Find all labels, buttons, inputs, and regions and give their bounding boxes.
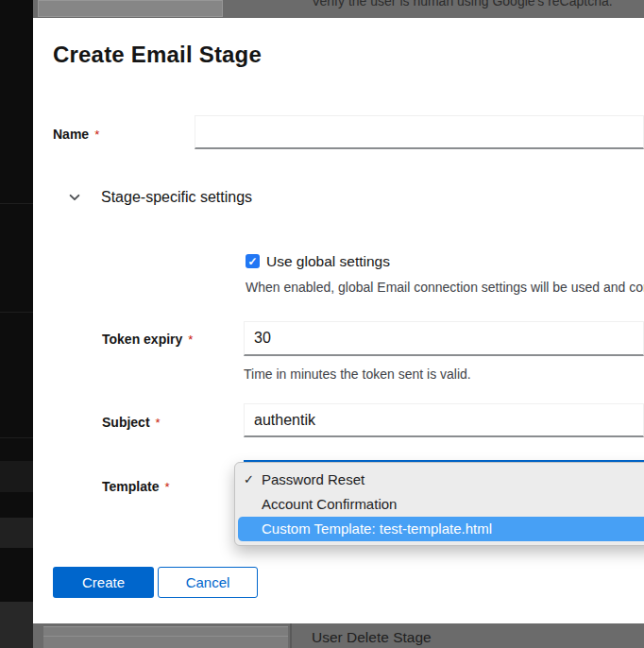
use-global-settings-label[interactable]: Use global settings (266, 253, 390, 270)
menu-item-label: Account Confirmation (262, 496, 397, 512)
chevron-down-icon (68, 191, 81, 204)
menu-item-password-reset[interactable]: ✓ Password Reset (235, 468, 644, 492)
required-asterisk: * (156, 416, 161, 430)
group-title: Stage-specific settings (101, 189, 252, 206)
required-asterisk: * (94, 128, 99, 142)
template-dropdown-menu: ✓ Password Reset Account Confirmation Cu… (234, 462, 644, 546)
app-sidebar (0, 0, 33, 648)
cancel-button[interactable]: Cancel (158, 567, 258, 598)
stage-settings-group-toggle[interactable]: Stage-specific settings (59, 186, 252, 209)
name-input[interactable] (195, 115, 644, 149)
background-table-cell (43, 626, 288, 648)
backdrop-bottom: User Delete Stage (33, 623, 644, 648)
sidebar-divider (0, 203, 33, 204)
sidebar-divider (0, 437, 33, 438)
subject-label-row: Subject* (102, 414, 161, 431)
sidebar-item (0, 461, 33, 492)
use-global-settings-help: When enabled, global Email connection se… (246, 280, 644, 295)
required-asterisk: * (188, 333, 193, 347)
name-label: Name (53, 127, 89, 142)
selected-check-icon: ✓ (244, 468, 254, 492)
create-button[interactable]: Create (53, 567, 154, 598)
token-expiry-label-row: Token expiry* (102, 331, 193, 348)
background-column-divider (290, 623, 292, 648)
modal-title: Create Email Stage (53, 42, 262, 68)
template-label-row: Template* (102, 478, 170, 495)
menu-item-label: Password Reset (262, 471, 364, 487)
background-recaptcha-text: Verify the user is human using Google's … (312, 0, 613, 9)
sidebar-item (0, 518, 33, 548)
sidebar-item (0, 602, 33, 648)
token-expiry-label: Token expiry (102, 332, 182, 347)
menu-item-label: Custom Template: test-template.html (262, 520, 492, 537)
menu-item-custom-template[interactable]: Custom Template: test-template.html (238, 517, 644, 541)
backdrop-top: Verify the user is human using Google's … (33, 0, 644, 18)
create-email-stage-modal: Create Email Stage Name* Stage-specific … (33, 18, 644, 623)
background-stage-name-text: User Delete Stage (312, 629, 432, 646)
name-label-row: Name* (53, 126, 99, 143)
subject-input[interactable] (244, 403, 644, 437)
check-icon: ✓ (247, 256, 257, 267)
subject-label: Subject (102, 415, 150, 430)
token-expiry-help: Time in minutes the token sent is valid. (244, 367, 471, 382)
use-global-settings-checkbox[interactable]: ✓ (246, 254, 260, 268)
token-expiry-input[interactable] (244, 321, 644, 356)
sidebar-divider (0, 312, 33, 313)
template-label: Template (102, 479, 159, 494)
menu-item-account-confirmation[interactable]: Account Confirmation (235, 492, 644, 517)
required-asterisk: * (164, 480, 169, 494)
background-table-cell (38, 0, 223, 17)
